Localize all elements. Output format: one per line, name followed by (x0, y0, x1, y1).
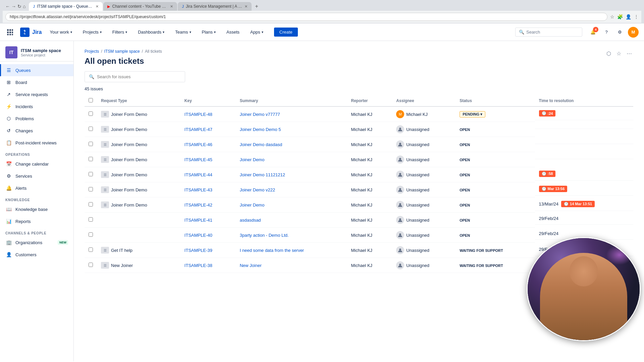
create-button[interactable]: Create (274, 28, 298, 37)
search-issues-input[interactable] (97, 74, 181, 79)
issue-key-link[interactable]: ITSAMPLE-41 (184, 218, 212, 223)
select-all-checkbox[interactable] (89, 98, 93, 102)
issue-summary-link[interactable]: New Joiner (240, 263, 262, 268)
sidebar-item-service-requests[interactable]: ↗ Service requests (0, 88, 73, 100)
settings-button[interactable]: ⚙ (614, 27, 625, 38)
issue-summary-link[interactable]: Joiner Demo dasdasd (240, 142, 282, 147)
browser-url-bar[interactable]: https://projectflowuk.atlassian.net/jira… (5, 13, 607, 21)
search-box[interactable]: 🔍 Search (515, 28, 582, 37)
forward-button[interactable]: → (11, 4, 16, 9)
issue-summary-link[interactable]: Joiner Demo 11121212 (240, 172, 285, 177)
request-type-cell: ☰ Joiner Form Demo (101, 186, 176, 193)
issue-summary-link[interactable]: Joiner Demo v77777 (240, 112, 280, 117)
row-checkbox[interactable] (89, 187, 93, 191)
sidebar-item-change-calendar[interactable]: 📅 Change calendar (0, 158, 73, 170)
issue-key-link[interactable]: ITSAMPLE-44 (184, 172, 212, 177)
reporter-name: Michael KJ (351, 187, 372, 192)
issue-summary-link[interactable]: Joiner Demo (240, 202, 265, 208)
resolution-date: 13/Mar/24 (539, 201, 559, 207)
more-actions-button[interactable]: ⋯ (625, 49, 633, 58)
issue-key-link[interactable]: ITSAMPLE-42 (184, 202, 212, 208)
nav-apps[interactable]: Apps ▾ (248, 28, 266, 36)
tab-close-1[interactable]: ✕ (96, 4, 99, 9)
row-checkbox[interactable] (89, 202, 93, 207)
issues-search-box[interactable]: 🔍 (85, 71, 185, 82)
issue-key-link[interactable]: ITSAMPLE-45 (184, 157, 212, 162)
sidebar-item-queues[interactable]: ☰ Queues (0, 64, 73, 76)
issue-summary-link[interactable]: Joiner Demo Demo 5 (240, 127, 281, 132)
row-checkbox[interactable] (89, 263, 93, 267)
help-button[interactable]: ? (601, 27, 612, 38)
nav-your-work[interactable]: Your work ▾ (47, 28, 74, 36)
svg-rect-8 (12, 34, 13, 35)
row-checkbox[interactable] (89, 157, 93, 161)
sidebar-item-alerts[interactable]: 🔔 Alerts (0, 182, 73, 194)
issue-key-link[interactable]: ITSAMPLE-43 (184, 187, 212, 192)
row-request-type: ☰ Joiner Form Demo (97, 122, 180, 137)
col-header-summary: Summary (236, 95, 347, 106)
app-switcher-icon[interactable] (5, 28, 15, 37)
sidebar-item-problems[interactable]: ⬡ Problems (0, 112, 73, 125)
row-checkbox[interactable] (89, 247, 93, 252)
sidebar-item-knowledge-base[interactable]: 📖 Knowledge base (0, 203, 73, 215)
share-button[interactable]: ⬡ (605, 49, 612, 58)
issue-summary-link[interactable]: Joiner Demo v222 (240, 187, 275, 192)
reload-button[interactable]: ↻ (17, 4, 21, 9)
issue-key-link[interactable]: ITSAMPLE-39 (184, 248, 212, 253)
bookmark-icon[interactable]: ☆ (610, 14, 614, 19)
sidebar-item-services[interactable]: ⚙ Services (0, 170, 73, 182)
nav-apps-label: Apps (250, 30, 260, 35)
status-badge: OPEN (460, 218, 470, 222)
nav-teams[interactable]: Teams ▾ (172, 28, 194, 36)
issue-key-link[interactable]: ITSAMPLE-40 (184, 233, 212, 238)
row-checkbox[interactable] (89, 142, 93, 146)
breadcrumb-projects[interactable]: Projects (85, 49, 99, 54)
jira-logo[interactable]: Jira (20, 28, 42, 37)
back-button[interactable]: ← (5, 4, 10, 9)
assignee-cell: Unassigned (396, 171, 451, 179)
row-checkbox[interactable] (89, 232, 93, 237)
issue-key-link[interactable]: ITSAMPLE-47 (184, 127, 212, 132)
post-incident-icon: 📋 (5, 139, 12, 146)
nav-plans[interactable]: Plans ▾ (199, 28, 219, 36)
browser-tab-2[interactable]: ▶ Channel content - YouTube Studi... ✕ (103, 2, 177, 11)
sidebar-item-customers[interactable]: 👤 Customers (0, 248, 73, 261)
tab-close-3[interactable]: ✕ (245, 4, 248, 9)
user-avatar[interactable]: M (628, 27, 639, 38)
row-checkbox[interactable] (89, 111, 93, 116)
more-icon[interactable]: ⋮ (634, 14, 639, 19)
row-checkbox[interactable] (89, 127, 93, 131)
tab-close-2[interactable]: ✕ (170, 4, 173, 9)
sidebar-item-changes[interactable]: ↺ Changes (0, 125, 73, 137)
sidebar-item-incidents[interactable]: ⚡ Incidents (0, 100, 73, 112)
issue-summary-link[interactable]: asdasdsad (240, 218, 261, 223)
issue-summary-link[interactable]: Joiner Demo (240, 157, 265, 162)
browser-tab-3[interactable]: J Jira Service Management | A ne... ✕ (178, 2, 252, 11)
sidebar-item-reports[interactable]: 📊 Reports (0, 215, 73, 227)
row-checkbox[interactable] (89, 172, 93, 176)
row-checkbox[interactable] (89, 217, 93, 222)
sidebar-item-board[interactable]: ⊞ Board (0, 76, 73, 88)
issue-summary-link[interactable]: I need some data from the server (240, 248, 304, 253)
nav-assets[interactable]: Assets (224, 28, 242, 36)
nav-projects[interactable]: Projects ▾ (80, 28, 104, 36)
issue-summary-link[interactable]: 3party action - Demo Ltd. (240, 233, 289, 238)
nav-dashboards[interactable]: Dashboards ▾ (135, 28, 167, 36)
issue-key-link[interactable]: ITSAMPLE-48 (184, 112, 212, 117)
nav-filters[interactable]: Filters ▾ (110, 28, 130, 36)
breadcrumb-itsm[interactable]: ITSM sample space (104, 49, 140, 54)
col-header-assignee: Assignee (392, 95, 455, 106)
sidebar-item-organizations[interactable]: 🏢 Organizations NEW (0, 236, 73, 248)
profile-icon[interactable]: 👤 (626, 14, 631, 19)
browser-tab-1[interactable]: J ITSM sample space - Queues - T... ✕ (29, 2, 103, 11)
home-button[interactable]: ⌂ (23, 4, 25, 9)
star-button[interactable]: ☆ (615, 49, 623, 58)
row-checkbox-cell (85, 243, 97, 258)
new-tab-button[interactable]: + (252, 2, 261, 11)
sidebar-navigation: ☰ Queues ⊞ Board ↗ Service requests ⚡ In… (0, 61, 73, 263)
issue-key-link[interactable]: ITSAMPLE-46 (184, 142, 212, 147)
issue-key-link[interactable]: ITSAMPLE-38 (184, 263, 212, 268)
extensions-icon[interactable]: 🧩 (617, 14, 623, 19)
sidebar-item-post-incident[interactable]: 📋 Post-incident reviews (0, 137, 73, 149)
notification-bell-button[interactable]: 🔔 4 (588, 27, 598, 38)
